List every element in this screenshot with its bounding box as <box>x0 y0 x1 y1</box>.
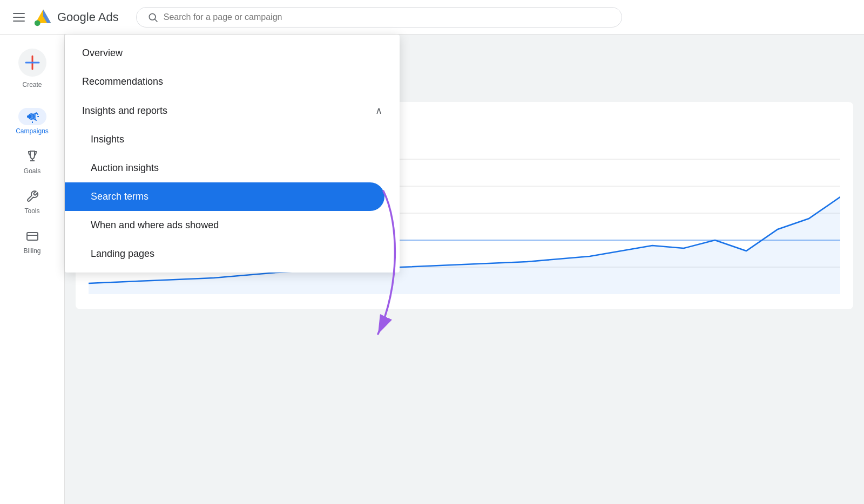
svg-rect-8 <box>27 115 29 118</box>
menu-item-recommendations[interactable]: Recommendations <box>65 67 400 96</box>
plus-icon <box>25 55 40 70</box>
svg-point-3 <box>149 13 156 20</box>
menu-item-insights[interactable]: Insights <box>65 125 400 154</box>
menu-auction-insights-label: Auction insights <box>91 162 159 174</box>
tools-icon <box>26 190 39 203</box>
dropdown-menu: Overview Recommendations Insights and re… <box>65 35 400 273</box>
sidebar-billing-label: Billing <box>23 247 40 255</box>
sidebar: Create Campaigns <box>0 35 65 504</box>
sidebar-tools-label: Tools <box>24 207 39 215</box>
goals-icon-bg <box>18 148 46 165</box>
search-bar[interactable] <box>136 7 622 28</box>
campaigns-icon-bg <box>18 108 46 125</box>
menu-search-terms-label: Search terms <box>91 191 148 202</box>
tools-icon-bg <box>18 188 46 205</box>
chevron-up-icon: ∧ <box>375 105 382 117</box>
logo-area: Google Ads <box>33 8 119 27</box>
sidebar-item-goals[interactable]: Goals <box>5 142 59 180</box>
search-icon <box>147 12 158 23</box>
svg-point-2 <box>35 20 40 26</box>
sidebar-item-billing[interactable]: Billing <box>5 222 59 260</box>
menu-when-where-label: When and where ads showed <box>91 220 219 231</box>
menu-insights-label: Insights <box>91 134 124 145</box>
menu-item-insights-reports[interactable]: Insights and reports ∧ <box>65 96 400 125</box>
menu-item-overview[interactable]: Overview <box>65 39 400 67</box>
hamburger-button[interactable] <box>9 9 29 26</box>
menu-item-auction-insights[interactable]: Auction insights <box>65 154 400 182</box>
svg-rect-11 <box>27 233 38 240</box>
menu-insights-reports-label: Insights and reports <box>82 105 167 117</box>
menu-item-search-terms[interactable]: Search terms <box>65 182 384 211</box>
google-ads-logo-icon <box>33 8 53 27</box>
menu-item-when-where[interactable]: When and where ads showed <box>65 211 400 240</box>
create-circle <box>18 49 46 77</box>
campaigns-icon <box>26 110 39 123</box>
search-input[interactable] <box>164 12 611 22</box>
sidebar-goals-label: Goals <box>24 167 40 175</box>
billing-icon-bg <box>18 228 46 245</box>
svg-line-4 <box>155 19 158 22</box>
billing-icon <box>26 230 39 243</box>
sidebar-campaigns-label: Campaigns <box>16 127 49 135</box>
sidebar-create-label: Create <box>22 81 42 88</box>
logo-text: Google Ads <box>57 10 119 24</box>
menu-overview-label: Overview <box>82 47 123 59</box>
goals-icon <box>26 150 39 163</box>
sidebar-item-create[interactable]: Create <box>5 43 59 94</box>
sidebar-item-tools[interactable]: Tools <box>5 182 59 220</box>
menu-item-landing-pages[interactable]: Landing pages <box>65 240 400 268</box>
sidebar-item-campaigns[interactable]: Campaigns <box>5 103 59 140</box>
menu-landing-pages-label: Landing pages <box>91 248 154 260</box>
menu-recommendations-label: Recommendations <box>82 76 163 87</box>
header: Google Ads <box>0 0 864 35</box>
